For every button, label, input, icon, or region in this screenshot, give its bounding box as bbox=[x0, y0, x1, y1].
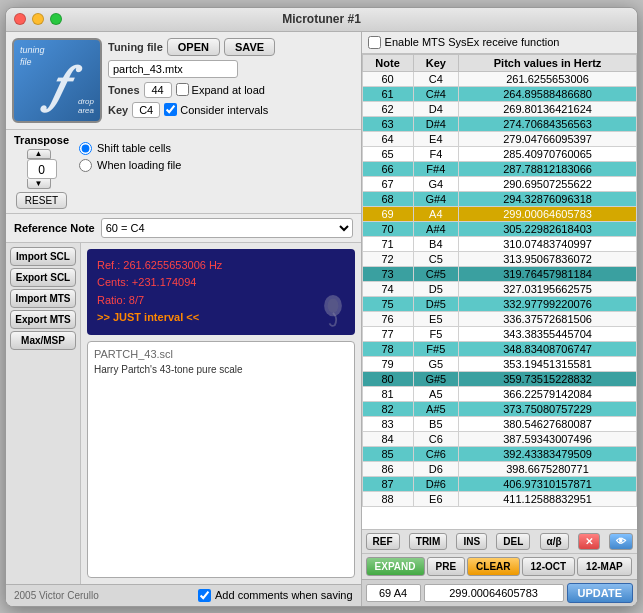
table-row[interactable]: 88E6411.12588832951 bbox=[362, 491, 636, 506]
add-comments-checkbox[interactable] bbox=[198, 589, 211, 602]
clear-button[interactable]: CLEAR bbox=[467, 557, 519, 576]
cell-pitch: 269.80136421624 bbox=[459, 101, 637, 116]
ref-button[interactable]: REF bbox=[366, 533, 400, 550]
table-row[interactable]: 78F#5348.83408706747 bbox=[362, 341, 636, 356]
export-scl-button[interactable]: Export SCL bbox=[10, 268, 76, 287]
cell-note: 78 bbox=[362, 341, 413, 356]
cell-pitch: 274.70684356563 bbox=[459, 116, 637, 131]
cell-key: D#4 bbox=[413, 116, 458, 131]
cell-pitch: 373.75080757229 bbox=[459, 401, 637, 416]
consider-label: Consider intervals bbox=[180, 104, 268, 116]
update-button[interactable]: UPDATE bbox=[567, 583, 633, 603]
table-row[interactable]: 63D#4274.70684356563 bbox=[362, 116, 636, 131]
close-button[interactable] bbox=[14, 13, 26, 25]
cell-note: 88 bbox=[362, 491, 413, 506]
cell-note: 63 bbox=[362, 116, 413, 131]
col-note: Note bbox=[362, 54, 413, 71]
table-row[interactable]: 86D6398.6675280771 bbox=[362, 461, 636, 476]
reset-button[interactable]: RESET bbox=[16, 192, 67, 209]
pre-button[interactable]: PRE bbox=[427, 557, 466, 576]
transpose-stepper[interactable]: ▲ 0 ▼ bbox=[27, 149, 57, 189]
shift-radio[interactable] bbox=[79, 142, 92, 155]
table-row[interactable]: 64E4279.04766095397 bbox=[362, 131, 636, 146]
table-row[interactable]: 67G4290.69507255622 bbox=[362, 176, 636, 191]
cell-note: 73 bbox=[362, 266, 413, 281]
expand-checkbox[interactable] bbox=[176, 83, 189, 96]
cell-key: F5 bbox=[413, 326, 458, 341]
key-field[interactable] bbox=[132, 102, 160, 118]
expand-button[interactable]: EXPAND bbox=[366, 557, 425, 576]
table-row[interactable]: 60C4261.6255653006 bbox=[362, 71, 636, 86]
table-row[interactable]: 77F5343.38355445704 bbox=[362, 326, 636, 341]
table-row[interactable]: 61C#4264.89588486680 bbox=[362, 86, 636, 101]
table-row[interactable]: 66F#4287.78812183066 bbox=[362, 161, 636, 176]
table-row[interactable]: 85C#6392.43383479509 bbox=[362, 446, 636, 461]
loading-radio[interactable] bbox=[79, 159, 92, 172]
pitch-table-container[interactable]: Note Key Pitch values in Hertz 60C4261.6… bbox=[362, 54, 637, 529]
content-area: tuningfile 𝑓 droparea Tuning file OPEN S… bbox=[6, 32, 637, 606]
expand-check: Expand at load bbox=[176, 83, 265, 96]
stepper-up[interactable]: ▲ bbox=[27, 149, 51, 159]
maximize-button[interactable] bbox=[50, 13, 62, 25]
cell-note: 83 bbox=[362, 416, 413, 431]
sidebar-buttons: Import SCL Export SCL Import MTS Export … bbox=[6, 243, 81, 584]
table-row[interactable]: 70A#4305.22982618403 bbox=[362, 221, 636, 236]
table-row[interactable]: 71B4310.07483740997 bbox=[362, 236, 636, 251]
table-row[interactable]: 79G5353.19451315581 bbox=[362, 356, 636, 371]
eye-button[interactable]: 👁 bbox=[609, 533, 633, 550]
table-row[interactable]: 68G#4294.32876096318 bbox=[362, 191, 636, 206]
stepper-down[interactable]: ▼ bbox=[27, 179, 51, 189]
cell-note: 74 bbox=[362, 281, 413, 296]
mts-label: Enable MTS SysEx receive function bbox=[385, 36, 560, 48]
tones-field[interactable] bbox=[144, 82, 172, 98]
table-row[interactable]: 81A5366.22579142084 bbox=[362, 386, 636, 401]
traffic-lights bbox=[14, 13, 62, 25]
cell-pitch: 406.97310157871 bbox=[459, 476, 637, 491]
alpha-beta-button[interactable]: α/β bbox=[540, 533, 569, 550]
table-row[interactable]: 69A4299.00064605783 bbox=[362, 206, 636, 221]
loading-radio-row: When loading file bbox=[79, 159, 181, 172]
save-button[interactable]: SAVE bbox=[224, 38, 275, 56]
open-button[interactable]: OPEN bbox=[167, 38, 220, 56]
status-note-field[interactable] bbox=[366, 584, 421, 602]
cell-pitch: 343.38355445704 bbox=[459, 326, 637, 341]
table-row[interactable]: 87D#6406.97310157871 bbox=[362, 476, 636, 491]
minimize-button[interactable] bbox=[32, 13, 44, 25]
ref-hz-text: Ref.: 261.6255653006 Hz bbox=[97, 257, 345, 275]
table-row[interactable]: 73C#5319.76457981184 bbox=[362, 266, 636, 281]
table-row[interactable]: 80G#5359.73515228832 bbox=[362, 371, 636, 386]
cell-pitch: 387.59343007496 bbox=[459, 431, 637, 446]
cell-key: F#4 bbox=[413, 161, 458, 176]
del-button[interactable]: DEL bbox=[496, 533, 530, 550]
cell-key: E5 bbox=[413, 311, 458, 326]
trim-button[interactable]: TRIM bbox=[409, 533, 447, 550]
import-mts-button[interactable]: Import MTS bbox=[10, 289, 76, 308]
map12-button[interactable]: 12-MAP bbox=[577, 557, 632, 576]
left-panel: tuningfile 𝑓 droparea Tuning file OPEN S… bbox=[6, 32, 362, 606]
filename-field[interactable] bbox=[108, 60, 238, 78]
oct12-button[interactable]: 12-OCT bbox=[522, 557, 576, 576]
logo-text: tuningfile bbox=[20, 44, 45, 69]
cell-note: 87 bbox=[362, 476, 413, 491]
cell-pitch: 332.97799220076 bbox=[459, 296, 637, 311]
table-row[interactable]: 74D5327.03195662575 bbox=[362, 281, 636, 296]
import-scl-button[interactable]: Import SCL bbox=[10, 247, 76, 266]
table-row[interactable]: 76E5336.37572681506 bbox=[362, 311, 636, 326]
mts-checkbox[interactable] bbox=[368, 36, 381, 49]
table-row[interactable]: 72C5313.95067836072 bbox=[362, 251, 636, 266]
info-area: Ref.: 261.6255653006 Hz Cents: +231.1740… bbox=[81, 243, 361, 584]
red-x-button[interactable]: ✕ bbox=[578, 533, 600, 550]
table-row[interactable]: 82A#5373.75080757229 bbox=[362, 401, 636, 416]
ref-note-select[interactable]: 60 = C4 bbox=[101, 218, 353, 238]
table-row[interactable]: 65F4285.40970760065 bbox=[362, 146, 636, 161]
table-row[interactable]: 62D4269.80136421624 bbox=[362, 101, 636, 116]
table-row[interactable]: 75D#5332.97799220076 bbox=[362, 296, 636, 311]
ins-button[interactable]: INS bbox=[456, 533, 487, 550]
consider-checkbox[interactable] bbox=[164, 103, 177, 116]
status-value-field[interactable] bbox=[424, 584, 564, 602]
maxmsp-button[interactable]: Max/MSP bbox=[10, 331, 76, 350]
export-mts-button[interactable]: Export MTS bbox=[10, 310, 76, 329]
table-row[interactable]: 84C6387.59343007496 bbox=[362, 431, 636, 446]
loading-label: When loading file bbox=[97, 159, 181, 171]
table-row[interactable]: 83B5380.54627680087 bbox=[362, 416, 636, 431]
